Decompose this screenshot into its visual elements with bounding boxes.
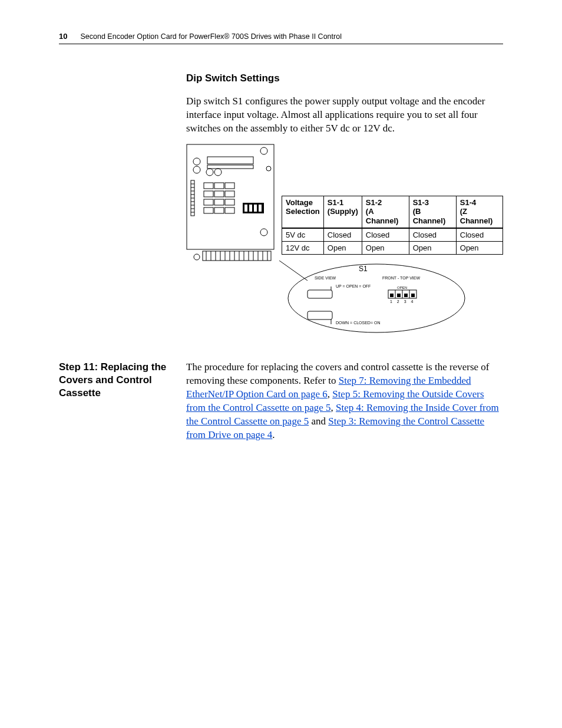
callout-title: S1 <box>359 265 368 273</box>
cell-voltage: 5V dc <box>282 228 324 242</box>
svg-rect-50 <box>249 205 252 212</box>
table-row: 5V dc Closed Closed Closed Closed <box>282 228 503 242</box>
svg-rect-19 <box>204 207 213 213</box>
step11-paragraph: The procedure for replacing the covers a… <box>186 361 503 442</box>
running-title: Second Encoder Option Card for PowerFlex… <box>80 32 341 41</box>
svg-rect-66 <box>411 294 415 297</box>
table-row: 12V dc Open Open Open Open <box>282 241 503 254</box>
th-voltage: VoltageSelection <box>282 196 324 228</box>
svg-rect-33 <box>203 251 271 261</box>
cell-s1-2: Closed <box>362 228 409 242</box>
sep: , <box>328 388 333 400</box>
svg-rect-17 <box>214 199 224 205</box>
svg-rect-51 <box>254 205 257 212</box>
dip-heading: Dip Switch Settings <box>186 73 503 84</box>
pcb-diagram <box>186 144 275 264</box>
up-open-off-label: UP = OPEN = OFF <box>336 284 371 288</box>
svg-rect-55 <box>308 290 332 298</box>
step11-outro: . <box>272 429 275 440</box>
sep: and <box>309 416 328 427</box>
dip-figure-row: VoltageSelection S1-1(Supply) S1-2(A Cha… <box>186 144 503 264</box>
svg-point-6 <box>193 158 200 165</box>
page-header: 10 Second Encoder Option Card for PowerF… <box>59 31 503 44</box>
section-dip-switch: Dip Switch Settings Dip switch S1 config… <box>59 73 503 337</box>
svg-rect-5 <box>207 165 253 169</box>
section-dip-body: Dip Switch Settings Dip switch S1 config… <box>186 73 503 337</box>
cell-s1-1: Open <box>323 241 362 254</box>
step11-body: The procedure for replacing the covers a… <box>186 361 503 450</box>
side-view-label: SIDE VIEW <box>315 276 336 280</box>
front-view-label: FRONT - TOP VIEW <box>382 276 420 280</box>
svg-rect-15 <box>225 191 234 197</box>
svg-rect-12 <box>225 183 234 189</box>
s1-callout-svg: S1 SIDE VIEW FRONT - TOP VIEW UP = OPEN … <box>279 261 503 337</box>
th-s1-3: S1-3(B Channel) <box>409 196 456 228</box>
cell-voltage: 12V dc <box>282 241 324 254</box>
svg-rect-11 <box>214 183 224 189</box>
svg-line-53 <box>279 261 308 281</box>
svg-rect-65 <box>404 294 408 297</box>
svg-point-3 <box>260 229 267 236</box>
section-step-11: Step 11: Replacing the Covers and Contro… <box>59 361 503 450</box>
svg-rect-63 <box>390 294 394 297</box>
svg-rect-52 <box>259 205 262 212</box>
svg-rect-13 <box>204 191 213 197</box>
th-s1-1: S1-1(Supply) <box>323 196 362 228</box>
down-closed-on-label: DOWN = CLOSED= ON <box>336 321 380 325</box>
dip-switch-table: VoltageSelection S1-1(Supply) S1-2(A Cha… <box>282 196 503 255</box>
cell-s1-3: Open <box>409 241 456 254</box>
page: 10 Second Encoder Option Card for PowerF… <box>0 0 562 728</box>
step11-heading: Step 11: Replacing the Covers and Contro… <box>59 361 179 400</box>
svg-rect-21 <box>225 207 234 213</box>
sep: , <box>331 402 336 413</box>
cell-s1-1: Closed <box>323 228 362 242</box>
step11-heading-col: Step 11: Replacing the Covers and Contro… <box>59 361 186 400</box>
svg-rect-18 <box>225 199 234 205</box>
table-header-row: VoltageSelection S1-1(Supply) S1-2(A Cha… <box>282 196 503 228</box>
svg-rect-14 <box>214 191 224 197</box>
cell-s1-4: Open <box>456 241 503 254</box>
pcb-svg <box>186 144 275 262</box>
cell-s1-2: Open <box>362 241 409 254</box>
th-s1-4: S1-4(Z Channel) <box>456 196 503 228</box>
svg-point-7 <box>193 166 200 173</box>
page-number: 10 <box>59 32 67 41</box>
svg-point-9 <box>214 169 222 176</box>
cell-s1-3: Closed <box>409 228 456 242</box>
dip-paragraph: Dip switch S1 configures the power suppl… <box>186 95 503 136</box>
svg-point-2 <box>266 166 271 171</box>
positions-label: 1 2 3 4 <box>390 299 415 304</box>
svg-point-1 <box>260 147 267 154</box>
svg-point-32 <box>194 254 200 260</box>
open-label: OPEN <box>397 286 407 289</box>
svg-rect-49 <box>244 205 247 212</box>
svg-rect-10 <box>204 183 213 189</box>
s1-callout: S1 SIDE VIEW FRONT - TOP VIEW UP = OPEN … <box>279 261 503 337</box>
svg-rect-4 <box>207 157 253 164</box>
cell-s1-4: Closed <box>456 228 503 242</box>
th-s1-2: S1-2(A Channel) <box>362 196 409 228</box>
svg-rect-20 <box>214 207 224 213</box>
svg-rect-16 <box>204 199 213 205</box>
svg-rect-64 <box>397 294 401 297</box>
svg-point-8 <box>206 169 213 176</box>
svg-rect-57 <box>308 311 332 319</box>
